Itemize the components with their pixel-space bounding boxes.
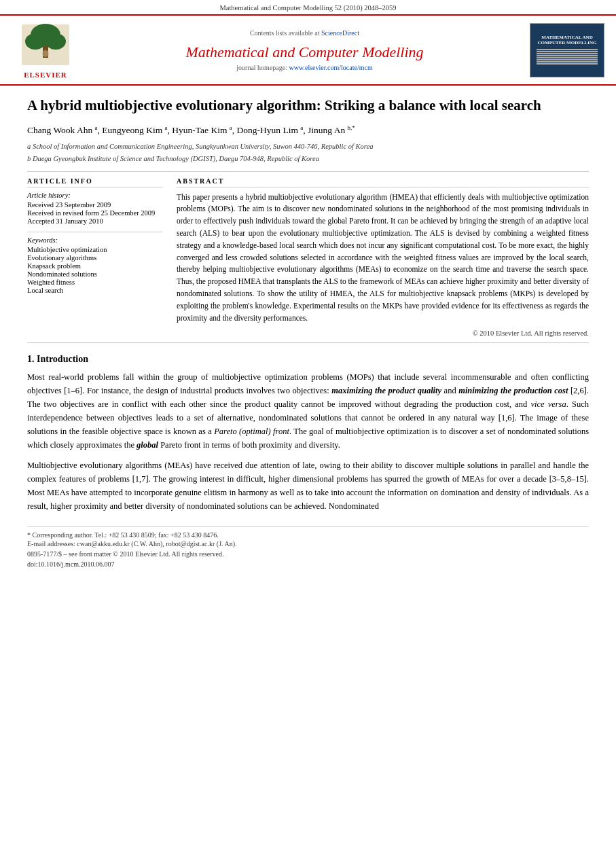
author-jinung: Jinung An b,*: [308, 125, 355, 135]
article-history-label: Article history:: [27, 192, 163, 199]
author-eungyeong: Eungyeong Kim a: [102, 125, 167, 135]
affiliations: a School of Information and Communicatio…: [27, 141, 589, 164]
received-date: Received 23 September 2009: [27, 201, 163, 209]
journal-center: Contents lists available at ScienceDirec…: [90, 21, 520, 79]
abstract-header: ABSTRACT: [177, 177, 589, 187]
keyword-1: Multiobjective optimization: [27, 246, 163, 253]
journal-title: Mathematical and Computer Modelling: [185, 43, 423, 61]
main-content: A hybrid multiobjective evolutionary alg…: [0, 86, 616, 579]
author-donghyun: Dong-Hyun Lim a: [237, 125, 304, 135]
abstract-column: ABSTRACT This paper presents a hybrid mu…: [177, 177, 589, 338]
divider-2: [27, 342, 589, 343]
footnote-email: E-mail addresses: cwan@akku.edu.kr (C.W.…: [27, 540, 589, 548]
svg-point-5: [42, 50, 49, 57]
journal-logo-block: MATHEMATICAL AND COMPUTER MODELLING: [526, 21, 608, 79]
journal-top-bar: Mathematical and Computer Modelling 52 (…: [0, 0, 616, 16]
author-chang: Chang Wook Ahn a: [27, 125, 98, 135]
keywords-section: Keywords: Multiobjective optimization Ev…: [27, 232, 163, 294]
two-col-section: ARTICLE INFO Article history: Received 2…: [27, 177, 589, 338]
page: Mathematical and Computer Modelling 52 (…: [0, 0, 616, 841]
journal-header: ELSEVIER Contents lists available at Sci…: [0, 16, 616, 86]
keyword-4: Nondominated solutions: [27, 270, 163, 278]
homepage-line: journal homepage: www.elsevier.com/locat…: [236, 64, 372, 71]
authors-line: Chang Wook Ahn a, Eungyeong Kim a, Hyun-…: [27, 123, 589, 137]
homepage-link[interactable]: www.elsevier.com/locate/mcm: [289, 64, 373, 71]
keyword-2: Evolutionary algorithms: [27, 254, 163, 262]
section-1-para-1: Most real-world problems fall within the…: [27, 370, 589, 452]
revised-date: Received in revised form 25 December 200…: [27, 209, 163, 217]
svg-point-3: [46, 33, 66, 50]
keywords-label: Keywords:: [27, 236, 163, 244]
footnote-area: * Corresponding author. Tel.: +82 53 430…: [27, 526, 589, 568]
journal-citation: Mathematical and Computer Modelling 52 (…: [219, 4, 396, 12]
paper-title: A hybrid multiobjective evolutionary alg…: [27, 96, 589, 115]
author-hyuntae: Hyun-Tae Kim a: [172, 125, 232, 135]
contents-line: Contents lists available at ScienceDirec…: [250, 29, 359, 37]
section-1-title: 1. Introduction: [27, 354, 589, 365]
footnote-issn: 0895-7177/$ – see front matter © 2010 El…: [27, 550, 589, 558]
affiliation-a: a School of Information and Communicatio…: [27, 141, 589, 152]
journal-logo-image: MATHEMATICAL AND COMPUTER MODELLING: [530, 23, 604, 77]
journal-logo-text: MATHEMATICAL AND COMPUTER MODELLING: [533, 35, 601, 46]
accepted-date: Accepted 31 January 2010: [27, 217, 163, 225]
keyword-5: Weighted fitness: [27, 279, 163, 286]
elsevier-label: ELSEVIER: [24, 71, 67, 79]
sciencedirect-link[interactable]: ScienceDirect: [321, 29, 359, 37]
footnote-doi: doi:10.1016/j.mcm.2010.06.007: [27, 560, 589, 568]
section-1-para-2: Multiobjective evolutionary algorithms (…: [27, 459, 589, 513]
journal-logo-lines: [537, 48, 598, 65]
keyword-6: Local search: [27, 287, 163, 294]
affiliation-b: b Daegu Gyeongbuk Institute of Science a…: [27, 154, 589, 164]
copyright-line: © 2010 Elsevier Ltd. All rights reserved…: [177, 329, 589, 337]
svg-point-2: [25, 33, 46, 50]
divider-1: [27, 171, 589, 172]
article-info-header: ARTICLE INFO: [27, 177, 163, 187]
article-info-column: ARTICLE INFO Article history: Received 2…: [27, 177, 163, 338]
keyword-3: Knapsack problem: [27, 262, 163, 270]
elsevier-logo-block: ELSEVIER: [8, 21, 83, 79]
elsevier-tree-icon: [18, 21, 73, 69]
footnote-corresponding: * Corresponding author. Tel.: +82 53 430…: [27, 531, 589, 539]
abstract-text: This paper presents a hybrid multiobject…: [177, 192, 589, 325]
